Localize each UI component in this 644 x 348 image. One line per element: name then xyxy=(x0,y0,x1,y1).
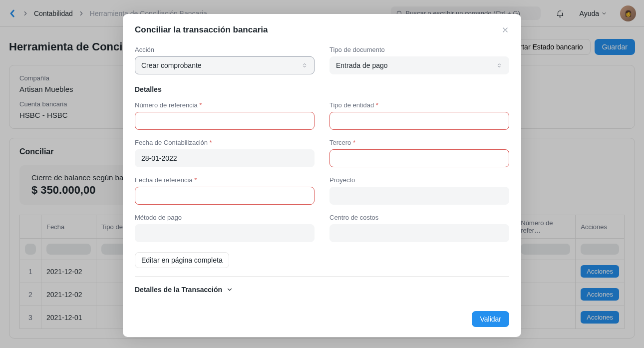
entity-type-input[interactable] xyxy=(329,112,509,130)
ref-date-label: Fecha de referencia * xyxy=(135,176,315,184)
select-stepper-icon xyxy=(496,62,503,69)
ref-no-input[interactable] xyxy=(135,112,315,130)
doctype-label: Tipo de documento xyxy=(329,46,509,53)
ref-no-label: Número de referencia * xyxy=(135,101,315,109)
close-icon[interactable] xyxy=(501,26,509,34)
payment-method-label: Método de pago xyxy=(135,214,315,221)
doctype-select[interactable]: Entrada de pago xyxy=(329,56,509,74)
transaction-details-label: Detalles de la Transacción xyxy=(135,286,222,294)
payment-method-input[interactable] xyxy=(135,224,315,242)
doctype-value: Entrada de pago xyxy=(336,61,388,69)
chevron-down-icon xyxy=(226,286,233,293)
edit-full-page-button[interactable]: Editar en página completa xyxy=(135,252,229,268)
modal-title: Conciliar la transacción bancaria xyxy=(135,25,501,35)
select-stepper-icon xyxy=(301,62,308,69)
cost-center-label: Centro de costos xyxy=(329,214,509,221)
posting-date-label: Fecha de Contabilización * xyxy=(135,139,315,146)
reconcile-modal: Conciliar la transacción bancaria Acción… xyxy=(123,14,521,337)
posting-date-input[interactable]: 28-01-2022 xyxy=(135,149,315,167)
posting-date-value: 28-01-2022 xyxy=(141,154,177,162)
entity-type-label: Tipo de entidad * xyxy=(329,101,509,109)
third-party-label: Tercero * xyxy=(329,139,509,146)
validate-button[interactable]: Validar xyxy=(472,311,509,327)
ref-date-input[interactable] xyxy=(135,187,315,205)
action-label: Acción xyxy=(135,46,315,53)
project-label: Proyecto xyxy=(329,176,509,184)
third-party-input[interactable] xyxy=(329,149,509,167)
action-select[interactable]: Crear comprobante xyxy=(135,56,315,74)
transaction-details-toggle[interactable]: Detalles de la Transacción xyxy=(135,276,509,304)
project-input[interactable] xyxy=(329,187,509,205)
action-value: Crear comprobante xyxy=(141,61,202,69)
details-heading: Detalles xyxy=(135,85,509,93)
cost-center-input[interactable] xyxy=(329,224,509,242)
